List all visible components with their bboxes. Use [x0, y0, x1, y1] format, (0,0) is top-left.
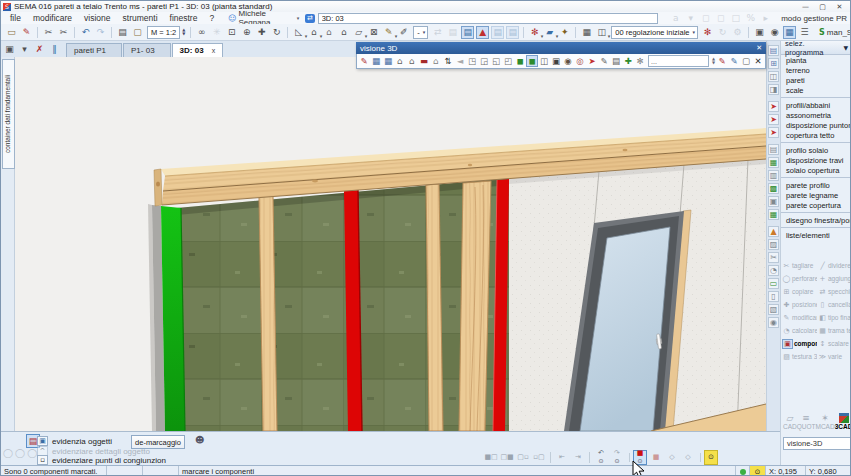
tabbar-icon[interactable]: ‖ — [48, 43, 61, 56]
toolbar-icon[interactable]: ✂ — [57, 26, 70, 39]
cad-mode-button[interactable]: ▱ CAD — [783, 413, 797, 430]
strip-icon[interactable]: ✂ — [768, 252, 779, 263]
menu-item[interactable]: file — [4, 13, 27, 23]
toolbar-icon[interactable]: ✎ — [20, 26, 33, 39]
toolbar-text-button[interactable]: S man_Sema — [819, 28, 851, 37]
toolbar-icon[interactable]: ⌂ — [322, 26, 335, 39]
view-filter-button[interactable]: ⊙ — [704, 450, 718, 465]
tool-item[interactable]: ╱ dividere — [817, 259, 851, 272]
toolbar-icon[interactable]: ◫ — [595, 26, 608, 39]
menu-item[interactable]: modificare — [27, 13, 78, 23]
toolbar-icon[interactable]: ✳ — [210, 26, 223, 39]
program-item[interactable]: profilo solaio — [781, 145, 851, 155]
toolbar-icon[interactable]: ▤ — [461, 26, 474, 39]
view-filter-button[interactable]: ■ — [649, 450, 663, 465]
program-item[interactable]: pareti — [781, 75, 851, 85]
menubar-icon[interactable]: ▸ — [759, 12, 772, 25]
toolbar-icon[interactable]: ▤ — [116, 26, 129, 39]
palette-icon[interactable]: ▦ — [370, 55, 382, 67]
palette-icon[interactable]: ◰ — [502, 55, 514, 67]
highlight-joints-icon[interactable]: ▫ — [37, 455, 48, 465]
view-filter-button[interactable]: ■ ⊙ — [633, 450, 647, 465]
palette-icon[interactable]: ➤ — [586, 55, 598, 67]
view-filter-button[interactable]: ◇ — [681, 450, 695, 465]
program-item[interactable]: parete profilo — [781, 180, 851, 190]
palette-icon[interactable]: ✎ — [358, 55, 370, 67]
palette-icon[interactable]: ▦ — [382, 55, 394, 67]
toolbar-icon[interactable]: ✚ — [255, 26, 268, 39]
strip-icon[interactable]: ➤ — [768, 114, 779, 125]
toolbar-icon[interactable]: ☰ — [798, 26, 811, 39]
view-filter-button[interactable]: □■ — [500, 450, 514, 465]
sync-icon[interactable]: ⇄ — [305, 14, 314, 23]
view-filter-button[interactable]: ↶ ⊙ — [594, 450, 608, 465]
palette-icon[interactable]: ◱ — [490, 55, 502, 67]
toolbar-icon[interactable]: ◉ — [768, 26, 781, 39]
tool-item[interactable]: ⇄ specchiare — [817, 285, 851, 298]
palette-spinner[interactable]: ▲▼ — [712, 57, 715, 65]
program-item[interactable]: disegno finestra/porta — [781, 215, 851, 228]
person-icon[interactable]: ☻ — [195, 435, 204, 445]
toolbar-icon[interactable]: ⌂ — [307, 26, 320, 39]
strip-icon[interactable]: ▥ — [768, 170, 779, 181]
strip-icon[interactable]: ▧ — [768, 304, 779, 315]
palette-icon[interactable]: ▬ — [418, 55, 430, 67]
tool-item[interactable]: ◧ tipo finale — [817, 311, 851, 324]
menu-item[interactable]: finestre — [164, 13, 204, 23]
toolbar-icon[interactable]: ▤ — [446, 26, 459, 39]
strip-icon[interactable]: ◉ — [768, 317, 779, 328]
strip-icon[interactable]: ◔ — [768, 265, 779, 276]
program-item[interactable]: disposizione travi — [781, 155, 851, 165]
marker-circle-icon[interactable]: ◯ — [27, 448, 37, 458]
tool-item[interactable]: ↕ scalare — [817, 337, 851, 350]
view-filter-button[interactable]: ■□ — [484, 450, 498, 465]
palette-icon[interactable]: ⌂ — [430, 55, 442, 67]
3d-viewport[interactable] — [15, 57, 766, 431]
tool-item[interactable]: ▦ trama tetto — [817, 324, 851, 337]
regulation-combo[interactable]: 00 regolazione iniziale▾ — [611, 26, 698, 39]
palette-icon[interactable]: ◉ — [562, 55, 574, 67]
palette-icon[interactable]: ▣ — [550, 55, 562, 67]
palette-icon[interactable]: ◲ — [478, 55, 490, 67]
view-filter-button[interactable]: ◇ — [665, 450, 679, 465]
palette-icon[interactable]: ✕ — [752, 55, 764, 67]
document-tab[interactable]: P1- 03 — [123, 43, 171, 57]
close-button[interactable]: ✕ — [831, 2, 848, 11]
tool-item[interactable]: ▣ component — [781, 337, 817, 350]
palette-icon[interactable]: ✎ — [728, 55, 740, 67]
document-tab[interactable]: 3D: 03x — [172, 43, 224, 57]
toolbar-icon[interactable]: ↻ — [270, 26, 283, 39]
menubar-icon[interactable]: □ — [729, 12, 742, 25]
tool-item[interactable]: ✎ modificare — [781, 311, 817, 324]
palette-search-field[interactable]: ... — [648, 55, 709, 67]
menubar-icon[interactable]: ◻ — [714, 12, 727, 25]
palette-icon[interactable]: ◫ — [538, 55, 550, 67]
palette-icon[interactable]: ✎ — [598, 55, 610, 67]
tool-item[interactable]: + aggiungere — [817, 272, 851, 285]
toolbar-icon[interactable]: ▲ — [476, 26, 489, 39]
view-select-dropdown[interactable]: visione-3D ▾ — [783, 437, 851, 450]
palette-icon[interactable]: ✚ — [622, 55, 634, 67]
tool-item[interactable]: ◔ calcolare — [781, 324, 817, 337]
program-item[interactable]: terreno — [781, 65, 851, 75]
toolbar-icon[interactable]: ✦ — [558, 26, 571, 39]
toolbar-icon[interactable]: ▤ — [506, 26, 519, 39]
program-item[interactable]: parete legname — [781, 190, 851, 200]
strip-icon[interactable]: ➤ — [768, 127, 779, 138]
toolbar-icon[interactable]: ↶ — [79, 26, 92, 39]
document-tab[interactable]: pareti P1 — [66, 43, 122, 57]
strip-icon[interactable]: ◫ — [768, 71, 779, 82]
program-item[interactable]: disposizione puntoni — [781, 120, 851, 130]
toolbar-icon[interactable]: ◺ — [292, 26, 305, 39]
menu-item[interactable]: ? — [203, 13, 220, 23]
palette-icon[interactable]: ✻ — [634, 55, 646, 67]
marker-circle-icon[interactable]: ◯ — [3, 448, 13, 458]
toolbar-icon[interactable]: ▢ — [131, 26, 144, 39]
maximize-button[interactable]: ▢ — [814, 2, 831, 11]
view-filter-button[interactable]: ↷ ⊙ — [610, 450, 624, 465]
program-item[interactable]: liste/elementi — [781, 230, 851, 240]
tabbar-icon[interactable]: ✗ — [33, 43, 46, 56]
toolbar-icon[interactable]: ▭ — [5, 26, 18, 39]
toolbar-icon[interactable]: ✻ — [528, 26, 541, 39]
program-item[interactable]: assonometria — [781, 110, 851, 120]
